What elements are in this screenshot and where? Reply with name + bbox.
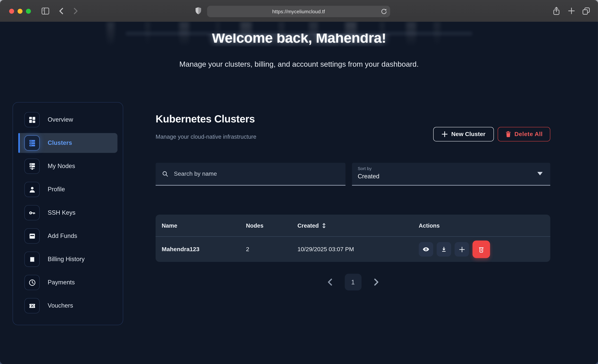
close-window-button[interactable]: [9, 9, 14, 14]
reload-icon[interactable]: [381, 8, 387, 15]
wallet-icon: [25, 228, 40, 244]
trash-icon: [505, 131, 511, 137]
sidebar-item-billing-history[interactable]: Billing History: [18, 249, 117, 269]
search-box: [156, 163, 345, 186]
sidebar-item-label: Add Funds: [48, 233, 77, 240]
sidebar-item-payments[interactable]: Payments: [18, 273, 117, 292]
sidebar-item-label: Overview: [48, 116, 73, 123]
table-row: Mahendra123 2 10/29/2025 03:07 PM: [156, 236, 550, 262]
column-header-nodes[interactable]: Nodes: [246, 215, 263, 236]
desktop: https://myceliumcloud.tf: [0, 0, 598, 364]
sidebar-item-clusters[interactable]: Clusters: [18, 133, 117, 153]
sort-value: Created: [358, 173, 379, 180]
sort-label: Sort by: [358, 166, 372, 171]
download-icon: [440, 246, 447, 253]
column-header-actions: Actions: [419, 215, 440, 236]
sidebar-item-my-nodes[interactable]: My Nodes: [18, 156, 117, 176]
column-header-created-label: Created: [298, 215, 319, 236]
chevron-left-icon: [327, 278, 332, 286]
sidebar-item-label: SSH Keys: [48, 209, 75, 216]
sidebar-item-overview[interactable]: Overview: [18, 110, 117, 130]
arrows-up-down-icon: [322, 223, 326, 229]
minimize-window-button[interactable]: [17, 9, 23, 14]
welcome-subtitle: Manage your clusters, billing, and accou…: [0, 60, 598, 69]
page-title: Kubernetes Clusters: [156, 113, 255, 125]
shield-icon[interactable]: [195, 7, 201, 15]
sidebar-toggle-icon[interactable]: [41, 7, 50, 15]
ticket-percent-icon: [25, 298, 40, 313]
delete-all-button[interactable]: Delete All: [498, 127, 550, 141]
url-text: https://myceliumcloud.tf: [272, 9, 325, 14]
cluster-nodes-cell: 2: [246, 237, 249, 262]
server-node-icon: [25, 159, 40, 174]
sidebar-item-label: Vouchers: [48, 302, 73, 309]
plus-icon: [442, 131, 448, 137]
sidebar-item-vouchers[interactable]: Vouchers: [18, 296, 117, 315]
pagination: 1: [156, 274, 550, 290]
column-header-created[interactable]: Created: [298, 215, 326, 236]
plus-icon: [458, 246, 465, 253]
sidebar-item-add-funds[interactable]: Add Funds: [18, 226, 117, 246]
eye-icon: [422, 246, 430, 253]
sidebar-item-label: Profile: [48, 186, 65, 193]
download-kubeconfig-button[interactable]: [437, 242, 451, 256]
forward-button[interactable]: [73, 8, 78, 14]
browser-window: https://myceliumcloud.tf: [0, 0, 598, 364]
sidebar-item-label: Payments: [48, 279, 75, 286]
header-actions: New Cluster Delete All: [433, 127, 550, 141]
browser-toolbar: https://myceliumcloud.tf: [0, 0, 598, 22]
new-cluster-label: New Cluster: [451, 131, 485, 138]
delete-all-label: Delete All: [514, 131, 543, 138]
clock-icon: [25, 275, 40, 290]
trash-icon: [478, 245, 485, 253]
new-tab-icon[interactable]: [568, 7, 575, 15]
tab-overview-icon[interactable]: [582, 7, 590, 15]
chevron-right-icon: [374, 278, 379, 286]
sidebar-item-label: Clusters: [48, 140, 72, 146]
table-header-row: Name Nodes Created Actions: [156, 215, 550, 236]
next-page-button[interactable]: [374, 278, 379, 286]
server-stack-icon: [25, 135, 40, 151]
user-icon: [25, 182, 40, 197]
sidebar-item-label: My Nodes: [48, 163, 75, 170]
cluster-created-cell: 10/29/2025 03:07 PM: [298, 237, 354, 262]
sidebar-nav: Overview Clusters My Nodes: [13, 102, 123, 325]
row-actions: [419, 240, 490, 258]
view-cluster-button[interactable]: [419, 242, 433, 256]
share-icon[interactable]: [552, 7, 561, 16]
prev-page-button[interactable]: [327, 278, 332, 286]
add-node-button[interactable]: [455, 242, 469, 256]
page-subtitle: Manage your cloud-native infrastructure: [156, 133, 256, 140]
caret-down-icon: [537, 172, 543, 175]
clusters-table: Name Nodes Created Actions Mahendra123 2…: [156, 215, 550, 262]
cluster-name-cell: Mahendra123: [162, 237, 199, 262]
search-icon: [162, 170, 168, 177]
layout-dashboard-icon: [25, 112, 40, 127]
search-input[interactable]: [173, 170, 341, 178]
dashboard-page: Welcome back, Mahendra! Manage your clus…: [0, 22, 598, 364]
new-cluster-button[interactable]: New Cluster: [433, 127, 494, 141]
back-button[interactable]: [59, 8, 64, 14]
delete-cluster-button[interactable]: [473, 240, 490, 258]
key-icon: [25, 205, 40, 220]
page-number-button[interactable]: 1: [345, 274, 361, 290]
sidebar-item-profile[interactable]: Profile: [18, 180, 117, 199]
address-bar[interactable]: https://myceliumcloud.tf: [207, 6, 390, 17]
column-header-name[interactable]: Name: [162, 215, 177, 236]
sort-dropdown[interactable]: Sort by Created: [352, 163, 550, 186]
zoom-window-button[interactable]: [26, 9, 31, 14]
sidebar-item-label: Billing History: [48, 256, 85, 263]
receipt-icon: [25, 251, 40, 267]
sidebar-item-ssh-keys[interactable]: SSH Keys: [18, 203, 117, 223]
